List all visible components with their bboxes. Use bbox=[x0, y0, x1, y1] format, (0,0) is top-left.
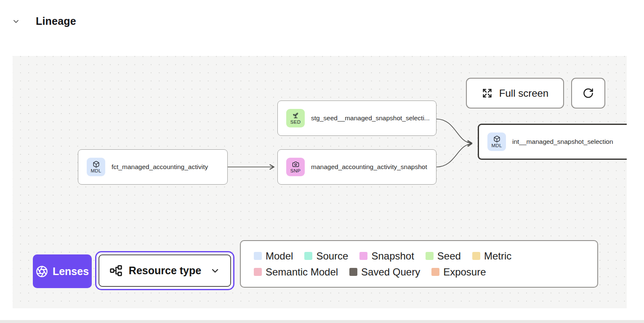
refresh-icon bbox=[583, 87, 594, 99]
legend-item-model: Model bbox=[254, 250, 293, 262]
legend-item-metric: Metric bbox=[472, 250, 511, 262]
fullscreen-button[interactable]: Full screen bbox=[466, 78, 564, 109]
legend-item-saved-query: Saved Query bbox=[349, 266, 420, 278]
legend-row: Model Source Snapshot Seed Metric bbox=[254, 250, 597, 262]
hierarchy-icon bbox=[109, 264, 122, 277]
node-type-badge: MDL bbox=[487, 132, 506, 151]
lenses-label: Lenses bbox=[53, 265, 89, 278]
legend-swatch bbox=[472, 252, 480, 260]
legend-swatch bbox=[349, 268, 357, 276]
node-badge-label: MDL bbox=[491, 143, 502, 148]
fullscreen-label: Full screen bbox=[499, 87, 548, 99]
node-label: stg_seed__managed_snapshot_selecti... bbox=[311, 114, 430, 122]
node-label: fct_managed_accounting_activity bbox=[112, 163, 208, 171]
edge-seed-to-int bbox=[436, 119, 471, 143]
node-badge-label: MDL bbox=[90, 169, 101, 174]
legend-item-snapshot: Snapshot bbox=[359, 250, 414, 262]
node-badge-label: SNP bbox=[290, 169, 301, 174]
seed-icon bbox=[292, 112, 299, 119]
legend: Model Source Snapshot Seed Metric S bbox=[240, 240, 598, 288]
model-icon bbox=[93, 161, 100, 168]
legend-swatch bbox=[431, 268, 439, 276]
legend-swatch bbox=[254, 252, 262, 260]
model-icon bbox=[493, 135, 500, 143]
legend-item-seed: Seed bbox=[426, 250, 461, 262]
snapshot-icon bbox=[292, 161, 299, 168]
edge-snapshot-to-int bbox=[436, 144, 471, 167]
legend-swatch bbox=[304, 252, 312, 260]
resource-type-focus-ring: Resource type bbox=[95, 251, 234, 290]
lenses-button[interactable]: Lenses bbox=[33, 254, 92, 288]
page-title: Lineage bbox=[36, 15, 76, 27]
node-label: managed_accounting_activity_snapshot bbox=[311, 163, 427, 171]
lineage-node-fct-managed-accounting-activity[interactable]: MDL fct_managed_accounting_activity bbox=[78, 149, 228, 185]
refresh-button[interactable] bbox=[571, 78, 605, 109]
resource-type-dropdown[interactable]: Resource type bbox=[98, 254, 231, 287]
legend-row: Semantic Model Saved Query Exposure bbox=[254, 266, 597, 278]
legend-item-semantic-model: Semantic Model bbox=[254, 266, 338, 278]
aperture-icon bbox=[36, 265, 48, 278]
legend-swatch bbox=[254, 268, 262, 276]
bottom-divider bbox=[0, 320, 644, 323]
lineage-canvas[interactable]: MDL fct_managed_accounting_activity SED … bbox=[13, 56, 627, 308]
node-badge-label: SED bbox=[290, 120, 301, 125]
legend-swatch bbox=[426, 252, 434, 260]
legend-item-source: Source bbox=[304, 250, 348, 262]
lineage-node-stg-seed-managed-snapshot-selection[interactable]: SED stg_seed__managed_snapshot_selecti..… bbox=[277, 101, 436, 136]
fullscreen-expand-icon bbox=[482, 87, 493, 99]
legend-swatch bbox=[359, 252, 367, 260]
node-type-badge: MDL bbox=[87, 158, 105, 176]
lineage-node-int-managed-snapshot-selection[interactable]: MDL int__managed_snapshot_selection bbox=[478, 124, 627, 160]
legend-item-exposure: Exposure bbox=[431, 266, 486, 278]
lineage-section-header: Lineage bbox=[12, 15, 76, 27]
lineage-node-managed-accounting-activity-snapshot[interactable]: SNP managed_accounting_activity_snapshot bbox=[277, 149, 436, 185]
node-type-badge: SNP bbox=[286, 158, 305, 176]
chevron-down-icon bbox=[210, 266, 220, 276]
chevron-down-icon[interactable] bbox=[12, 17, 20, 26]
node-type-badge: SED bbox=[286, 109, 305, 127]
node-label: int__managed_snapshot_selection bbox=[512, 138, 613, 146]
resource-type-label: Resource type bbox=[129, 265, 201, 277]
